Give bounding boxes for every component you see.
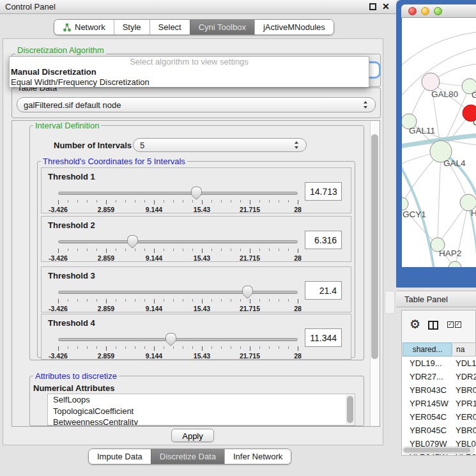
- slider-tick: [221, 249, 222, 251]
- numerical-attributes-label: Numerical Attributes: [33, 383, 114, 393]
- slider-tick: [106, 346, 107, 351]
- table-row[interactable]: YDR27...YDR2: [402, 370, 476, 383]
- table-row[interactable]: YBR045CYBR0: [402, 424, 476, 437]
- threshold-3-slider[interactable]: -3.4262.8599.14415.4321.71528: [58, 285, 298, 312]
- slider-track[interactable]: [58, 291, 298, 294]
- vertical-scrollbar[interactable]: [370, 121, 380, 426]
- traffic-light-minimize-icon[interactable]: [421, 7, 429, 15]
- cell-shared-name[interactable]: YBR043C: [402, 383, 452, 397]
- slider-tick: [250, 299, 250, 303]
- tick-label: 28: [294, 254, 302, 262]
- slider-tick: [269, 249, 270, 251]
- network-canvas[interactable]: GAL80GACGAL11GAL4GCY1HHAP2: [396, 0, 476, 288]
- slider-tick: [144, 249, 145, 251]
- cell-name[interactable]: YDR2: [452, 370, 476, 383]
- attribute-list-item[interactable]: TopologicalCoefficient: [48, 406, 355, 417]
- slider-tick: [183, 200, 183, 203]
- cell-name[interactable]: YBR0: [452, 424, 476, 437]
- gear-icon[interactable]: ⚙: [410, 318, 420, 330]
- tab-network[interactable]: Network: [54, 20, 114, 35]
- network-node-GAL80[interactable]: [422, 73, 440, 91]
- column-header-shared[interactable]: shared...: [403, 342, 452, 357]
- tick-label: -3.426: [49, 352, 68, 360]
- threshold-panel-3: Threshold 3 -3.4262.8599.14415.4321.7152…: [41, 266, 351, 312]
- attributes-list[interactable]: SelfLoopsTopologicalCoefficientBetweenne…: [47, 394, 355, 426]
- slider-tick: [144, 346, 145, 349]
- dropdown-option-equal-width[interactable]: Equal Width/Frequency Discretization: [10, 77, 369, 88]
- slider-thumb[interactable]: [191, 187, 202, 194]
- columns-icon[interactable]: [428, 321, 438, 330]
- tick-label: 9.144: [146, 254, 162, 262]
- tab-jactivemnodules[interactable]: jActiveMNodules: [254, 20, 334, 35]
- table-row[interactable]: YER054CYER0: [402, 410, 476, 424]
- cell-shared-name[interactable]: YBR045C: [402, 424, 452, 437]
- tab-cyni-toolbox[interactable]: Cyni Toolbox: [190, 20, 254, 35]
- threshold-1-value-field[interactable]: [305, 182, 342, 201]
- cell-shared-name[interactable]: YPR145W: [402, 397, 452, 410]
- attribute-list-item[interactable]: BetweennessCentrality: [48, 417, 355, 426]
- slider-thumb[interactable]: [165, 333, 176, 341]
- outer-scrollbar-fragment[interactable]: [385, 291, 395, 314]
- threshold-4-slider[interactable]: -3.4262.8599.14415.4321.71528: [58, 332, 298, 359]
- slider-thumb[interactable]: [242, 286, 253, 293]
- cell-shared-name[interactable]: YDL19...: [402, 357, 452, 370]
- horizontal-scrollbar[interactable]: [403, 447, 475, 454]
- threshold-4-value-field[interactable]: [305, 328, 342, 347]
- traffic-light-close-icon[interactable]: [408, 7, 417, 15]
- network-window-titlebar[interactable]: [401, 4, 476, 18]
- slider-tick: [298, 249, 298, 253]
- tab-select[interactable]: Select: [150, 20, 190, 35]
- slider-tick: [116, 299, 116, 302]
- tab-impute-data[interactable]: Impute Data: [89, 449, 151, 464]
- attributes-list-scrollbar[interactable]: [346, 395, 354, 424]
- slider-track[interactable]: [58, 240, 298, 243]
- network-node-GCY1[interactable]: [396, 197, 408, 210]
- checkbox-icon[interactable]: [447, 321, 454, 328]
- threshold-1-slider[interactable]: -3.4262.8599.14415.4321.71528: [58, 186, 298, 213]
- table-row[interactable]: YBR043CYBR0: [402, 383, 476, 397]
- table-data-combobox[interactable]: galFiltered.sif default node: [17, 97, 376, 112]
- scrollbar-thumb[interactable]: [371, 134, 378, 359]
- checkbox-icon[interactable]: [455, 321, 461, 328]
- tick-label: 21.715: [240, 305, 260, 312]
- control-panel-titlebar: Control Panel: [0, 0, 396, 14]
- slider-tick: [68, 299, 68, 302]
- attribute-list-item[interactable]: SelfLoops: [48, 394, 355, 406]
- node-label: C: [473, 118, 476, 127]
- slider-track[interactable]: [58, 338, 298, 341]
- number-of-intervals-combobox[interactable]: 5: [133, 138, 307, 152]
- slider-tick: [221, 200, 222, 203]
- dropdown-option-manual[interactable]: Manual Discretization: [10, 67, 369, 77]
- cell-name[interactable]: YDL1: [452, 357, 476, 370]
- threshold-2-slider[interactable]: -3.4262.8599.14415.4321.71528: [58, 234, 298, 261]
- slider-track[interactable]: [58, 192, 298, 195]
- threshold-3-value-field[interactable]: [305, 281, 342, 300]
- table-row[interactable]: YDL19...YDL1: [402, 357, 476, 370]
- threshold-2-value-field[interactable]: [305, 231, 342, 249]
- apply-button[interactable]: Apply: [171, 429, 214, 442]
- tab-infer-network[interactable]: Infer Network: [224, 449, 291, 464]
- dropdown-placeholder: Select algorithm to view settings: [10, 57, 369, 67]
- slider-tick: [202, 249, 203, 253]
- slider-tick: [250, 346, 250, 351]
- table-row[interactable]: YPR145WYPR1: [402, 397, 476, 410]
- tab-discretize-data[interactable]: Discretize Data: [151, 449, 224, 464]
- slider-tick: [231, 299, 231, 302]
- slider-tick: [211, 249, 212, 251]
- scrollbar-thumb[interactable]: [404, 448, 470, 452]
- close-icon[interactable]: ✕: [382, 1, 390, 12]
- slider-tick: [202, 299, 203, 303]
- cell-shared-name[interactable]: YDR27...: [402, 370, 452, 383]
- cell-name[interactable]: YBR0: [452, 383, 476, 397]
- float-window-icon[interactable]: [369, 3, 376, 10]
- slider-tick: [164, 299, 164, 302]
- tab-style[interactable]: Style: [114, 20, 150, 35]
- cell-name[interactable]: YPR1: [452, 397, 476, 410]
- cell-name[interactable]: YER0: [452, 410, 476, 424]
- traffic-light-zoom-icon[interactable]: [434, 7, 442, 15]
- slider-thumb[interactable]: [127, 235, 138, 243]
- cell-shared-name[interactable]: YER054C: [402, 410, 452, 424]
- network-node-bottom[interactable]: [449, 261, 461, 274]
- table-rows: YDL19...YDL1YDR27...YDR2YBR043CYBR0YPR14…: [402, 357, 476, 455]
- column-header-name[interactable]: na: [453, 342, 476, 357]
